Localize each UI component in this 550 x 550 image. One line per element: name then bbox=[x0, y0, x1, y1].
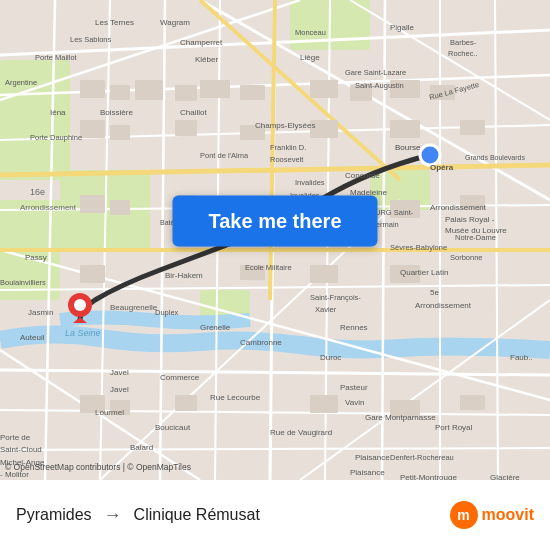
svg-text:Porte Dauphine: Porte Dauphine bbox=[30, 133, 82, 142]
svg-text:Balard: Balard bbox=[130, 443, 153, 452]
svg-rect-48 bbox=[110, 125, 130, 140]
svg-rect-41 bbox=[200, 80, 230, 98]
svg-text:Arrondissement: Arrondissement bbox=[430, 203, 487, 212]
svg-rect-38 bbox=[110, 85, 130, 100]
svg-text:Duplex: Duplex bbox=[155, 308, 179, 317]
svg-text:Iéna: Iéna bbox=[50, 108, 66, 117]
svg-text:Pigalle: Pigalle bbox=[390, 23, 415, 32]
svg-text:5e: 5e bbox=[430, 288, 439, 297]
svg-text:Xavier: Xavier bbox=[315, 305, 337, 314]
svg-text:Beaugrenelle: Beaugrenelle bbox=[110, 303, 158, 312]
svg-rect-47 bbox=[80, 120, 105, 138]
svg-text:Plaisance: Plaisance bbox=[355, 453, 390, 462]
origin-station: Pyramides bbox=[16, 506, 92, 524]
svg-rect-42 bbox=[240, 85, 265, 100]
svg-text:Opéra: Opéra bbox=[430, 163, 454, 172]
svg-point-70 bbox=[420, 145, 440, 165]
svg-text:Auteuil: Auteuil bbox=[20, 333, 45, 342]
svg-text:Passy: Passy bbox=[25, 253, 47, 262]
svg-text:Faub..: Faub.. bbox=[510, 353, 533, 362]
svg-text:16e: 16e bbox=[30, 187, 45, 197]
moovit-logo: m moovit bbox=[450, 501, 534, 529]
map-container: 16e Arrondissement Opéra Madeleine Bours… bbox=[0, 0, 550, 480]
svg-text:Bourse: Bourse bbox=[395, 143, 421, 152]
svg-text:Gare Saint-Lazare: Gare Saint-Lazare bbox=[345, 68, 406, 77]
svg-text:Saint-François-: Saint-François- bbox=[310, 293, 361, 302]
svg-rect-52 bbox=[390, 120, 420, 138]
take-me-there-button[interactable]: Take me there bbox=[172, 195, 377, 246]
svg-rect-69 bbox=[460, 395, 485, 410]
moovit-brand-text: moovit bbox=[482, 506, 534, 524]
svg-rect-49 bbox=[175, 120, 197, 136]
svg-text:La Seine: La Seine bbox=[65, 328, 101, 338]
svg-text:Plaisance: Plaisance bbox=[350, 468, 385, 477]
svg-text:Les Sablons: Les Sablons bbox=[70, 35, 112, 44]
svg-text:Boulainvilliers: Boulainvilliers bbox=[0, 278, 46, 287]
svg-text:© OpenStreetMap contributors |: © OpenStreetMap contributors | © OpenMap… bbox=[5, 462, 191, 472]
svg-text:Gare Montparnasse: Gare Montparnasse bbox=[365, 413, 436, 422]
svg-rect-66 bbox=[175, 395, 197, 411]
svg-text:Arrondissement: Arrondissement bbox=[20, 203, 77, 212]
svg-text:Barbes-: Barbes- bbox=[450, 38, 477, 47]
svg-text:Glacière: Glacière bbox=[490, 473, 520, 480]
svg-text:Sorbonne: Sorbonne bbox=[450, 253, 483, 262]
svg-rect-37 bbox=[80, 80, 105, 98]
svg-text:Boissière: Boissière bbox=[100, 108, 133, 117]
svg-text:Denfert-Rochereau: Denfert-Rochereau bbox=[390, 453, 454, 462]
svg-text:Wagram: Wagram bbox=[160, 18, 190, 27]
route-arrow-icon: → bbox=[104, 505, 122, 526]
svg-text:Grenelle: Grenelle bbox=[200, 323, 231, 332]
svg-rect-54 bbox=[80, 195, 105, 213]
svg-text:Invalides: Invalides bbox=[295, 178, 325, 187]
svg-text:Rochec..: Rochec.. bbox=[448, 49, 478, 58]
svg-rect-60 bbox=[80, 265, 105, 283]
svg-text:Ecole Militaire: Ecole Militaire bbox=[245, 263, 292, 272]
svg-text:Roosevelt: Roosevelt bbox=[270, 155, 304, 164]
svg-rect-62 bbox=[310, 265, 338, 283]
svg-text:Monceau: Monceau bbox=[295, 28, 326, 37]
svg-text:Bir-Hakem: Bir-Hakem bbox=[165, 271, 203, 280]
svg-text:Palais Royal -: Palais Royal - bbox=[445, 215, 495, 224]
svg-text:Port Royal: Port Royal bbox=[435, 423, 473, 432]
svg-text:Sèvres-Babylone: Sèvres-Babylone bbox=[390, 243, 447, 252]
svg-text:Rue de Vaugirard: Rue de Vaugirard bbox=[270, 428, 332, 437]
svg-text:Franklin D.: Franklin D. bbox=[270, 143, 306, 152]
svg-text:Commerce: Commerce bbox=[160, 373, 200, 382]
svg-text:Pasteur: Pasteur bbox=[340, 383, 368, 392]
svg-text:Champs-Elysées: Champs-Elysées bbox=[255, 121, 315, 130]
svg-text:Javel: Javel bbox=[110, 385, 129, 394]
svg-text:Boucicaut: Boucicaut bbox=[155, 423, 191, 432]
svg-text:Rue Lecourbe: Rue Lecourbe bbox=[210, 393, 261, 402]
svg-rect-67 bbox=[310, 395, 338, 413]
svg-text:Javel: Javel bbox=[110, 368, 129, 377]
svg-text:Kléber: Kléber bbox=[195, 55, 218, 64]
svg-text:Argentine: Argentine bbox=[5, 78, 37, 87]
svg-text:Petit-Montrouge: Petit-Montrouge bbox=[400, 473, 457, 480]
svg-rect-55 bbox=[110, 200, 130, 215]
svg-text:Vavin: Vavin bbox=[345, 398, 364, 407]
svg-text:Saint-Cloud: Saint-Cloud bbox=[0, 445, 42, 454]
svg-rect-39 bbox=[135, 80, 163, 100]
moovit-icon: m bbox=[450, 501, 478, 529]
svg-rect-40 bbox=[175, 85, 197, 101]
svg-text:Quartier Latin: Quartier Latin bbox=[400, 268, 448, 277]
svg-text:Lourmel: Lourmel bbox=[95, 408, 124, 417]
svg-text:Chaillot: Chaillot bbox=[180, 108, 207, 117]
svg-text:Jasmin: Jasmin bbox=[28, 308, 53, 317]
svg-text:Cambronne: Cambronne bbox=[240, 338, 282, 347]
svg-text:Liège: Liège bbox=[300, 53, 320, 62]
destination-station: Clinique Rémusat bbox=[134, 506, 450, 524]
svg-text:Duroc: Duroc bbox=[320, 353, 341, 362]
svg-text:Porte Maillot: Porte Maillot bbox=[35, 53, 78, 62]
svg-text:Champerret: Champerret bbox=[180, 38, 223, 47]
svg-text:Concorde: Concorde bbox=[345, 171, 380, 180]
svg-text:Les Ternes: Les Ternes bbox=[95, 18, 134, 27]
svg-rect-53 bbox=[460, 120, 485, 135]
svg-text:Pont de l'Alma: Pont de l'Alma bbox=[200, 151, 249, 160]
svg-text:Notre-Dame: Notre-Dame bbox=[455, 233, 496, 242]
svg-text:Grands Boulevards: Grands Boulevards bbox=[465, 154, 525, 161]
svg-rect-43 bbox=[310, 80, 338, 98]
svg-text:Saint-Augustin: Saint-Augustin bbox=[355, 81, 404, 90]
svg-point-72 bbox=[74, 299, 86, 311]
svg-text:Arrondissement: Arrondissement bbox=[415, 301, 472, 310]
